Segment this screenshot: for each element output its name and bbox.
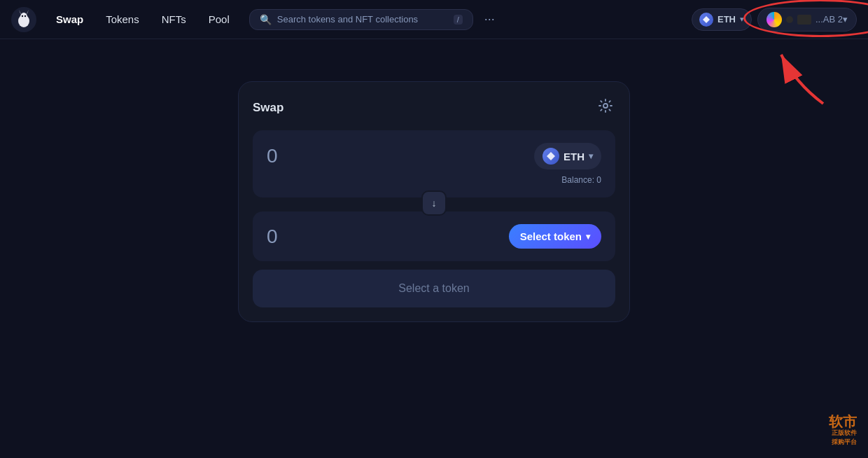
watermark-sub: 正版软件採购平台 [829, 429, 857, 447]
to-token-box: 0 Select token ▾ [253, 211, 615, 261]
select-token-button[interactable]: Select token ▾ [509, 224, 601, 249]
from-token-chevron: ▾ [589, 151, 593, 161]
watermark: 软市 正版软件採购平台 [829, 412, 857, 447]
watermark-text: 软市 [829, 414, 857, 429]
from-token-row: 0 ETH ▾ [267, 143, 601, 169]
logo[interactable] [11, 7, 36, 32]
swap-title: Swap [253, 101, 284, 115]
svg-point-2 [20, 13, 27, 21]
svg-marker-7 [703, 16, 710, 23]
wallet-avatar [766, 12, 782, 27]
svg-point-5 [22, 15, 23, 16]
eth-network-icon [699, 13, 713, 27]
search-bar[interactable]: 🔍 Search tokens and NFT collections / [249, 9, 473, 30]
search-kbd: / [454, 15, 463, 25]
search-placeholder-text: Search tokens and NFT collections [277, 14, 448, 25]
wallet-icon-circle [786, 16, 793, 23]
eth-token-icon [542, 148, 559, 165]
nav-pool[interactable]: Pool [200, 9, 238, 29]
swap-card: Swap 0 ETH ▾ [238, 81, 630, 322]
action-button[interactable]: Select a token [253, 270, 615, 307]
more-button[interactable]: ··· [479, 9, 500, 29]
swap-direction-button[interactable]: ↓ [421, 190, 447, 216]
from-token-selector[interactable]: ETH ▾ [534, 143, 601, 169]
nav-tokens[interactable]: Tokens [97, 9, 148, 29]
from-amount[interactable]: 0 [267, 145, 278, 167]
search-icon: 🔍 [260, 14, 272, 25]
main-content: Swap 0 ETH ▾ [0, 39, 868, 322]
network-label: ETH [718, 14, 736, 25]
select-token-label: Select token [520, 230, 582, 242]
svg-point-9 [603, 104, 608, 108]
swap-arrow-container: ↓ [253, 190, 615, 216]
svg-point-6 [24, 15, 26, 16]
wallet-icon-square [797, 15, 811, 25]
network-chevron: ▾ [740, 15, 744, 24]
settings-button[interactable] [596, 96, 615, 119]
select-token-chevron: ▾ [586, 232, 590, 242]
swap-arrow-icon: ↓ [432, 197, 437, 209]
svg-marker-10 [547, 152, 555, 160]
to-token-row: 0 Select token ▾ [267, 224, 601, 249]
to-amount[interactable]: 0 [267, 225, 278, 248]
from-token-box: 0 ETH ▾ Balance: 0 [253, 130, 615, 197]
wallet-address: ...AB 2▾ [816, 14, 848, 25]
navbar: Swap Tokens NFTs Pool 🔍 Search tokens an… [0, 0, 868, 39]
from-token-label: ETH [564, 151, 584, 162]
wallet-area: ...AB 2▾ [757, 8, 857, 32]
wallet-button[interactable]: ...AB 2▾ [757, 8, 857, 32]
nav-nfts[interactable]: NFTs [153, 9, 195, 29]
network-selector[interactable]: ETH ▾ [692, 8, 752, 31]
from-balance: Balance: 0 [267, 175, 601, 185]
nav-swap[interactable]: Swap [48, 9, 92, 29]
swap-header: Swap [253, 96, 615, 119]
